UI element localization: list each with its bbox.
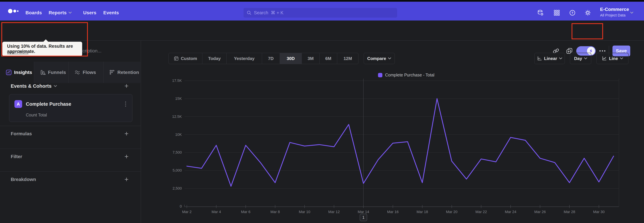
x-axis-tick-label: Mar 20 <box>440 210 464 214</box>
search-icon <box>246 10 252 15</box>
svg-text:?: ? <box>572 11 574 15</box>
range-3m-label: 3M <box>308 56 314 61</box>
nav-events[interactable]: Events <box>103 10 119 16</box>
y-axis-tick-label: 7,500 <box>164 150 182 155</box>
data-management-icon[interactable] <box>537 10 544 16</box>
x-axis-tick-label: Mar 24 <box>499 210 522 214</box>
chevron-down-icon <box>54 85 57 87</box>
tab-insights[interactable]: Insights <box>0 62 34 83</box>
learn-more-link[interactable]: Learn More <box>7 50 28 55</box>
granularity-dropdown[interactable]: Day <box>570 53 591 64</box>
sidebar-divider <box>0 149 141 149</box>
add-event-button[interactable]: + <box>124 82 129 89</box>
insights-icon <box>6 69 12 75</box>
annotation-marker-badge[interactable]: 1 <box>360 214 367 221</box>
chart-type-dropdown[interactable]: Line <box>596 53 628 64</box>
tab-retention[interactable]: Retention <box>103 62 141 83</box>
top-navigation-bar: Boards Reports Users Events <box>0 2 644 21</box>
x-axis-tick-label: Mar 14 <box>352 210 375 214</box>
range-12m[interactable]: 12M <box>337 53 358 64</box>
chevron-down-icon <box>584 57 587 59</box>
x-axis-tick-label: Mar 30 <box>587 210 611 214</box>
granularity-label: Day <box>574 56 582 61</box>
nav-events-label: Events <box>103 10 119 16</box>
x-axis-tick-label: Mar 10 <box>293 210 316 214</box>
range-7d[interactable]: 7D <box>262 53 280 64</box>
range-yesterday[interactable]: Yesterday <box>226 53 262 64</box>
search-bar[interactable] <box>244 8 397 18</box>
tab-insights-label: Insights <box>14 70 32 75</box>
event-name[interactable]: Complete Purchase <box>26 101 71 107</box>
add-filter-button[interactable]: + <box>124 153 129 160</box>
tab-flows-label: Flows <box>83 70 96 75</box>
events-cohorts-title[interactable]: Events & Cohorts <box>11 83 57 89</box>
add-formula-button[interactable]: + <box>124 130 129 137</box>
range-today[interactable]: Today <box>202 53 226 64</box>
tab-flows[interactable]: Flows <box>68 62 103 83</box>
tab-retention-label: Retention <box>118 70 139 75</box>
nav-users[interactable]: Users <box>83 10 96 16</box>
range-3m[interactable]: 3M <box>302 53 319 64</box>
events-cohorts-label: Events & Cohorts <box>11 83 52 89</box>
tab-funnels[interactable]: Funnels <box>34 62 68 83</box>
funnels-icon <box>40 70 46 75</box>
project-chevron-down-icon[interactable] <box>630 12 633 15</box>
chevron-down-icon <box>388 57 391 59</box>
help-icon[interactable]: ? <box>569 10 576 16</box>
header-divider <box>0 40 644 41</box>
y-axis-tick-label: 10K <box>164 133 182 137</box>
range-6m[interactable]: 6M <box>319 53 337 64</box>
chart-legend[interactable]: Complete Purchase - Total <box>378 73 434 77</box>
tab-funnels-label: Funnels <box>48 70 66 75</box>
retention-icon <box>109 70 115 75</box>
flows-icon <box>74 69 80 75</box>
more-options-icon[interactable] <box>599 50 606 52</box>
apps-grid-icon[interactable] <box>554 10 560 16</box>
scale-dropdown[interactable]: Linear <box>534 53 565 64</box>
compare-button[interactable]: Compare <box>364 53 395 64</box>
range-today-label: Today <box>208 56 221 61</box>
mixpanel-logo-icon[interactable] <box>8 8 20 14</box>
calendar-icon <box>174 56 179 61</box>
series-line <box>187 99 614 186</box>
nav-boards-label: Boards <box>26 10 42 16</box>
nav-reports[interactable]: Reports <box>49 10 72 16</box>
range-custom-label: Custom <box>181 56 197 61</box>
y-axis-tick-label: 17.5K <box>164 78 182 83</box>
events-cohorts-header: Events & Cohorts + <box>0 81 141 91</box>
line-chart-icon <box>602 56 607 61</box>
nav-boards[interactable]: Boards <box>26 10 42 16</box>
chart-type-label: Line <box>609 56 618 61</box>
y-axis-tick-label: 0 <box>164 204 182 208</box>
range-12m-label: 12M <box>344 56 352 61</box>
x-axis-tick-label: Mar 26 <box>528 210 552 214</box>
report-type-tabs: Insights Funnels Flows Reten <box>0 62 141 83</box>
x-axis-tick-label: Mar 2 <box>175 210 198 214</box>
event-kebab-menu-icon[interactable] <box>125 101 126 107</box>
x-axis-tick-label: Mar 4 <box>204 210 228 214</box>
sidebar-divider <box>0 126 141 126</box>
project-name[interactable]: E-Commerce <box>600 7 629 12</box>
scale-label: Linear <box>544 56 557 61</box>
nav-reports-label: Reports <box>49 10 66 16</box>
x-axis-tick-label: Mar 8 <box>264 210 287 214</box>
range-yesterday-label: Yesterday <box>234 56 254 61</box>
linear-scale-icon <box>537 56 542 61</box>
event-metric[interactable]: Count Total <box>26 113 47 118</box>
legend-label: Complete Purchase - Total <box>385 73 434 77</box>
search-input[interactable] <box>254 10 394 16</box>
chevron-down-icon <box>620 57 623 59</box>
x-axis-tick-label: Mar 6 <box>234 210 258 214</box>
add-breakdown-button[interactable]: + <box>124 176 129 183</box>
settings-gear-icon[interactable] <box>585 10 591 16</box>
range-6m-label: 6M <box>325 56 332 61</box>
range-30d[interactable]: 30D <box>280 53 302 64</box>
sidebar-divider <box>0 171 141 172</box>
x-axis-tick-label: Mar 12 <box>322 210 346 214</box>
legend-swatch <box>378 73 382 77</box>
date-range-selector: Custom Today Yesterday 7D 30D 3M 6M 12M <box>168 53 358 64</box>
event-card[interactable]: A Complete Purchase Count Total <box>9 94 132 122</box>
formulas-section-label: Formulas <box>11 131 32 137</box>
range-custom[interactable]: Custom <box>169 53 202 64</box>
compare-label: Compare <box>367 56 386 61</box>
